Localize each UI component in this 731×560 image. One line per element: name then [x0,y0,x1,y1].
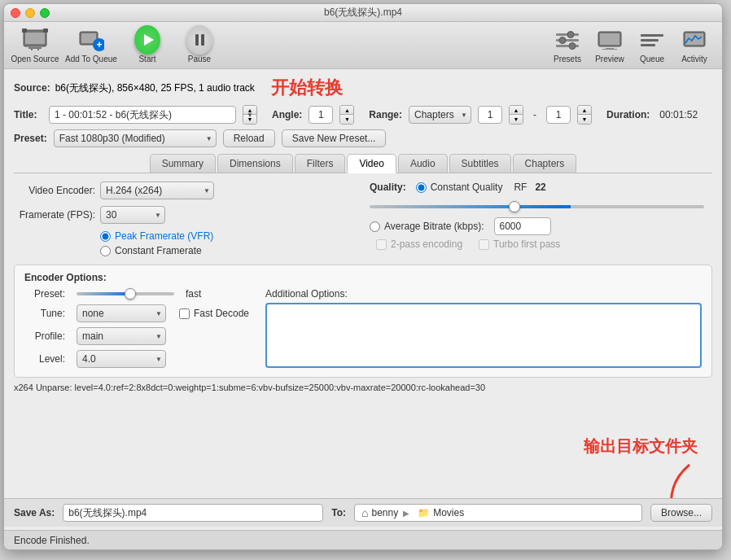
constant-fr-radio[interactable] [100,246,111,256]
peak-vfr-radio[interactable] [100,231,111,242]
encoder-options-left: Preset: fast Tune: none film animation g… [24,288,249,370]
range-from-stepper-up[interactable]: ▲ [510,106,523,115]
tab-audio[interactable]: Audio [398,154,448,173]
reload-button[interactable]: Reload [223,129,275,147]
encoder-select[interactable]: H.264 (x264) H.265 (x265) MPEG-4 [100,182,214,199]
add-to-queue-label: Add To Queue [65,55,117,63]
video-right: Quality: Constant Quality RF 22 Average … [370,182,712,256]
svg-text:+: + [96,39,102,50]
framerate-select-wrapper: 30 25 24 60 [100,206,165,224]
fast-decode-label: Fast Decode [194,308,249,319]
peak-vfr-option[interactable]: Peak Framerate (VFR) [100,230,357,242]
open-source-button[interactable]: Open Source [11,25,59,66]
title-input[interactable] [49,106,236,124]
tab-summary[interactable]: Summary [150,154,216,173]
twopass-option[interactable]: 2-pass encoding [376,238,462,250]
quality-label: Quality: [370,182,406,193]
range-from-stepper-down[interactable]: ▼ [510,115,523,124]
tune-select[interactable]: none film animation grain [77,304,166,322]
tab-video[interactable]: Video [347,154,396,173]
angle-stepper[interactable]: ▲ ▼ [339,105,354,125]
constant-quality-radio[interactable] [416,182,427,193]
angle-input[interactable] [309,106,333,124]
queue-button[interactable]: Queue [631,25,673,66]
add-to-queue-button[interactable]: + Add To Queue [63,25,120,66]
folder-name: Movies [433,507,464,518]
duration-value: 00:01:52 [659,109,698,120]
preview-button[interactable]: Preview [589,25,631,66]
avg-bitrate-option[interactable]: Average Bitrate (kbps): [370,221,484,232]
tab-filters[interactable]: Filters [295,154,346,173]
angle-stepper-up[interactable]: ▲ [340,106,353,115]
activity-label: Activity [681,55,707,63]
output-label: 输出目标文件夹 [584,435,698,457]
range-to-input[interactable] [546,106,571,124]
home-icon: ⌂ [361,506,368,519]
title-stepper[interactable]: ▲ ▼ [243,105,257,125]
twopass-checkbox[interactable] [376,239,387,250]
preset-row: Preset: Fast 1080p30 (Modified) Very Fas… [14,129,712,147]
turbo-checkbox[interactable] [479,239,489,250]
avg-bitrate-input[interactable] [494,217,551,235]
encoder-row: Video Encoder: H.264 (x264) H.265 (x265)… [14,182,357,199]
quality-row: Quality: Constant Quality RF 22 [370,182,712,193]
presets-button[interactable]: Presets [546,25,589,66]
activity-button[interactable]: Activity [673,25,716,66]
video-left: Video Encoder: H.264 (x264) H.265 (x265)… [14,182,357,256]
profile-row: Profile: main baseline high [24,327,249,345]
start-button[interactable]: Start [123,25,172,66]
maximize-button[interactable] [40,8,50,18]
preset-select[interactable]: Fast 1080p30 (Modified) Very Fast 1080p3… [54,129,217,147]
range-to-stepper-down[interactable]: ▼ [578,115,591,124]
svg-rect-4 [25,33,45,44]
tab-dimensions[interactable]: Dimensions [217,154,293,173]
title-stepper-down[interactable]: ▼ [243,115,256,124]
toolbar: Open Source + Add To Queue Start [4,22,722,69]
tune-label: Tune: [24,308,65,319]
constant-quality-option[interactable]: Constant Quality [416,182,503,193]
range-to-stepper-up[interactable]: ▲ [578,106,591,115]
pause-label: Pause [188,55,211,63]
range-from-stepper[interactable]: ▲ ▼ [509,105,523,125]
angle-label: Angle: [272,109,302,120]
framerate-select[interactable]: 30 25 24 60 [100,206,165,224]
source-row: Source: b6(无线探头), 856×480, 25 FPS, 1 aud… [14,76,712,100]
minimize-button[interactable] [25,8,35,18]
queue-label: Queue [640,55,664,63]
level-select[interactable]: 4.0 3.1 4.1 4.2 [77,350,166,368]
framerate-label: Framerate (FPS): [14,209,95,221]
source-label: Source: [14,82,50,94]
toolbar-right: Presets Preview [546,25,716,66]
pause-button[interactable]: Pause [175,25,224,66]
avg-bitrate-radio[interactable] [370,221,380,232]
tab-subtitles[interactable]: Subtitles [449,154,511,173]
enc-preset-slider[interactable] [77,292,174,295]
save-as-input[interactable] [63,504,323,522]
range-to-stepper[interactable]: ▲ ▼ [577,105,592,125]
save-new-preset-button[interactable]: Save New Preset... [282,129,387,147]
angle-stepper-down[interactable]: ▼ [340,115,353,124]
range-type-wrapper: Chapters Seconds Frames [409,106,471,124]
turbo-label: Turbo first pass [493,238,560,250]
title-stepper-up[interactable]: ▲ [243,106,256,115]
start-label: Start [138,55,155,63]
additional-options-row: Additional Options: [265,288,702,300]
duration-label: Duration: [606,109,650,120]
rf-slider[interactable] [370,205,704,208]
range-type-select[interactable]: Chapters Seconds Frames [409,106,471,124]
browse-button[interactable]: Browse... [650,504,712,522]
range-from-input[interactable] [478,106,502,124]
svg-rect-19 [600,33,619,45]
profile-select[interactable]: main baseline high [77,327,166,345]
fast-decode-option[interactable]: Fast Decode [179,308,249,319]
preset-select-wrapper: Fast 1080p30 (Modified) Very Fast 1080p3… [54,129,217,147]
turbo-option[interactable]: Turbo first pass [479,238,560,250]
encoder-label: Video Encoder: [14,185,95,196]
additional-options-textarea[interactable] [265,303,702,368]
start-annotation: 开始转换 [271,76,343,100]
close-button[interactable] [11,8,20,18]
constant-fr-option[interactable]: Constant Framerate [100,245,357,256]
tune-row: Tune: none film animation grain Fast D [24,304,249,322]
fast-decode-checkbox[interactable] [179,308,190,319]
tab-chapters[interactable]: Chapters [513,154,577,173]
